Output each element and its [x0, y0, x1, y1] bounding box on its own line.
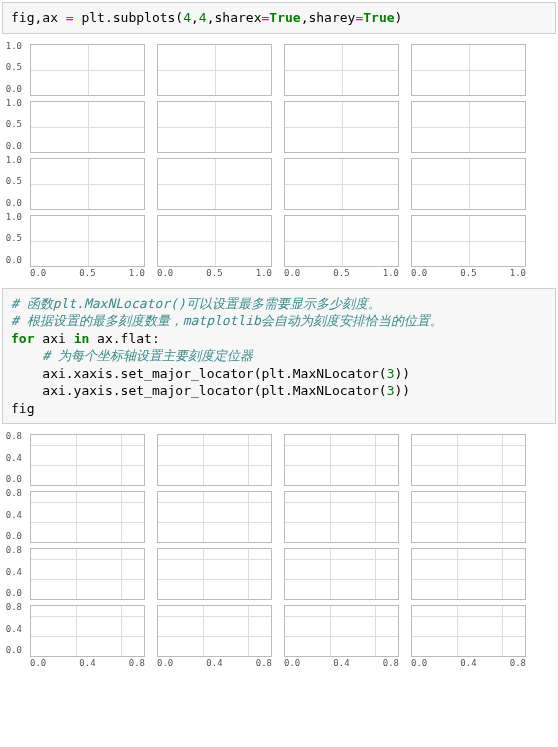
chart-output-1: 1.00.50.01.00.50.01.00.50.01.00.50.00.00… [0, 38, 558, 286]
code-cell-1[interactable]: fig,ax = plt.subplots(4,4,sharex=True,sh… [2, 2, 556, 34]
subplot-panel [411, 491, 526, 543]
x-axis-ticks: 0.00.40.8 [278, 657, 405, 668]
y-axis-ticks: 1.00.50.0 [2, 42, 24, 94]
x-axis-ticks: 0.00.40.8 [151, 657, 278, 668]
subplot-panel [157, 101, 272, 153]
x-axis-ticks: 0.00.51.0 [151, 267, 278, 278]
subplot-panel [30, 215, 145, 267]
subplot-panel [157, 44, 272, 96]
y-axis-ticks: 1.00.50.0 [2, 213, 24, 265]
subplot-panel [411, 101, 526, 153]
subplot-panel [30, 605, 145, 657]
subplot-panel [284, 101, 399, 153]
subplot-panel [411, 434, 526, 486]
subplot-panel [157, 215, 272, 267]
x-axis-ticks: 0.00.51.0 [278, 267, 405, 278]
y-axis-ticks: 0.80.40.0 [2, 546, 24, 598]
x-axis-ticks: 0.00.40.8 [24, 657, 151, 668]
subplot-panel [157, 605, 272, 657]
subplot-panel [411, 44, 526, 96]
subplot-panel [30, 548, 145, 600]
subplot-panel [157, 548, 272, 600]
subplot-panel [411, 158, 526, 210]
subplot-panel [157, 491, 272, 543]
subplot-panel [284, 158, 399, 210]
subplot-panel [284, 491, 399, 543]
y-axis-ticks: 0.80.40.0 [2, 603, 24, 655]
code-cell-2[interactable]: # 函数plt.MaxNLocator()可以设置最多需要显示多少刻度。# 根据… [2, 288, 556, 425]
subplot-panel [284, 605, 399, 657]
subplot-panel [411, 215, 526, 267]
x-axis-ticks: 0.00.51.0 [405, 267, 532, 278]
subplot-panel [157, 158, 272, 210]
subplot-panel [284, 215, 399, 267]
x-axis-ticks: 0.00.40.8 [405, 657, 532, 668]
subplot-panel [411, 548, 526, 600]
subplot-panel [284, 434, 399, 486]
chart-output-2: 0.80.40.00.80.40.00.80.40.00.80.40.00.00… [0, 428, 558, 676]
subplot-panel [30, 158, 145, 210]
x-axis-ticks: 0.00.51.0 [24, 267, 151, 278]
subplot-panel [284, 44, 399, 96]
y-axis-ticks: 0.80.40.0 [2, 489, 24, 541]
subplot-panel [411, 605, 526, 657]
y-axis-ticks: 0.80.40.0 [2, 432, 24, 484]
subplot-panel [30, 491, 145, 543]
y-axis-ticks: 1.00.50.0 [2, 156, 24, 208]
subplot-panel [30, 101, 145, 153]
subplot-panel [284, 548, 399, 600]
subplot-panel [157, 434, 272, 486]
subplot-panel [30, 44, 145, 96]
y-axis-ticks: 1.00.50.0 [2, 99, 24, 151]
subplot-panel [30, 434, 145, 486]
